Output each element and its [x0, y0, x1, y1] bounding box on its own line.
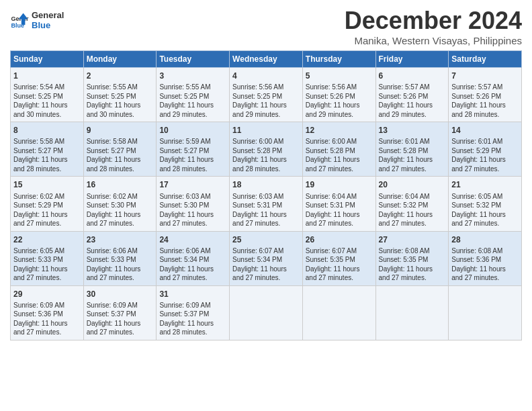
day-info: Sunset: 5:25 PM	[159, 92, 226, 101]
day-info: Daylight: 11 hours	[87, 101, 154, 110]
day-info: and 28 minutes.	[87, 165, 154, 174]
calendar-cell: 2Sunrise: 5:55 AMSunset: 5:25 PMDaylight…	[83, 68, 157, 122]
day-info: and 30 minutes.	[87, 110, 154, 120]
day-info: Sunrise: 6:03 AM	[232, 192, 300, 201]
day-info: Sunrise: 6:09 AM	[13, 301, 81, 310]
calendar-header-row: SundayMondayTuesdayWednesdayThursdayFrid…	[11, 51, 522, 68]
day-info: and 27 minutes.	[87, 328, 154, 337]
day-number: 3	[159, 71, 226, 81]
day-info: and 29 minutes.	[159, 110, 226, 120]
day-info: Sunrise: 6:00 AM	[232, 137, 300, 146]
day-number: 14	[451, 125, 519, 136]
day-number: 12	[306, 125, 373, 136]
day-info: Sunset: 5:28 PM	[306, 146, 373, 156]
day-info: Sunrise: 6:09 AM	[159, 301, 226, 310]
day-info: Daylight: 11 hours	[13, 210, 81, 220]
day-info: Sunset: 5:32 PM	[451, 201, 519, 210]
logo-icon: General Blue	[10, 11, 29, 30]
day-info: Sunset: 5:29 PM	[451, 146, 519, 156]
day-info: and 29 minutes.	[306, 110, 373, 120]
calendar-cell: 14Sunrise: 6:01 AMSunset: 5:29 PMDayligh…	[449, 122, 522, 177]
day-info: Sunset: 5:25 PM	[232, 92, 300, 101]
day-number: 9	[87, 125, 154, 136]
calendar-week-row: 15Sunrise: 6:02 AMSunset: 5:29 PMDayligh…	[11, 177, 522, 231]
day-info: Sunrise: 6:03 AM	[159, 192, 226, 201]
day-info: Daylight: 11 hours	[159, 265, 226, 274]
logo: General Blue General Blue	[10, 7, 64, 30]
day-info: Daylight: 11 hours	[13, 319, 81, 328]
day-info: Sunrise: 6:08 AM	[379, 246, 446, 256]
calendar-cell: 15Sunrise: 6:02 AMSunset: 5:29 PMDayligh…	[11, 177, 84, 231]
calendar-cell	[230, 285, 303, 340]
day-info: Sunrise: 5:57 AM	[451, 83, 519, 92]
day-info: Sunrise: 5:59 AM	[159, 137, 226, 146]
day-info: Daylight: 11 hours	[451, 155, 519, 165]
day-info: Daylight: 11 hours	[13, 155, 81, 165]
day-of-week-header: Sunday	[11, 51, 84, 68]
day-info: and 27 minutes.	[379, 273, 446, 283]
day-of-week-header: Friday	[375, 51, 449, 68]
day-info: Sunrise: 5:54 AM	[13, 83, 81, 92]
calendar-week-row: 8Sunrise: 5:58 AMSunset: 5:27 PMDaylight…	[11, 122, 522, 177]
day-info: Sunset: 5:37 PM	[159, 310, 226, 319]
day-info: Sunrise: 6:07 AM	[306, 246, 373, 256]
day-number: 16	[87, 179, 154, 190]
day-info: Sunrise: 5:56 AM	[232, 83, 300, 92]
day-info: Daylight: 11 hours	[87, 155, 154, 165]
day-number: 20	[379, 179, 446, 190]
day-info: and 29 minutes.	[232, 110, 300, 120]
day-info: and 27 minutes.	[159, 219, 226, 228]
day-info: Daylight: 11 hours	[159, 155, 226, 165]
day-number: 6	[379, 71, 446, 81]
day-info: Sunrise: 6:05 AM	[451, 192, 519, 201]
day-info: Sunset: 5:36 PM	[451, 255, 519, 265]
day-info: and 27 minutes.	[87, 219, 154, 228]
day-info: and 27 minutes.	[451, 165, 519, 174]
day-number: 31	[159, 289, 226, 300]
day-info: Sunset: 5:26 PM	[379, 92, 446, 101]
location-subtitle: Manika, Western Visayas, Philippines	[345, 35, 522, 46]
day-info: Sunrise: 6:07 AM	[232, 246, 300, 256]
day-info: and 28 minutes.	[232, 165, 300, 174]
calendar-cell: 12Sunrise: 6:00 AMSunset: 5:28 PMDayligh…	[302, 122, 375, 177]
day-of-week-header: Tuesday	[157, 51, 230, 68]
day-info: Sunset: 5:31 PM	[232, 201, 300, 210]
day-info: Daylight: 11 hours	[379, 210, 446, 220]
day-info: Sunrise: 5:56 AM	[306, 83, 373, 92]
day-info: Sunrise: 6:01 AM	[379, 137, 446, 146]
day-info: Daylight: 11 hours	[451, 101, 519, 110]
day-number: 4	[232, 71, 300, 81]
calendar-cell: 27Sunrise: 6:08 AMSunset: 5:35 PMDayligh…	[375, 231, 449, 285]
logo-text-line1: General	[32, 10, 64, 20]
day-info: Sunset: 5:30 PM	[87, 201, 154, 210]
day-info: Sunrise: 6:05 AM	[13, 246, 81, 256]
day-info: Sunset: 5:36 PM	[13, 310, 81, 319]
day-info: Sunset: 5:28 PM	[379, 146, 446, 156]
calendar-cell	[375, 285, 449, 340]
month-year-title: December 2024	[345, 7, 522, 35]
day-info: and 28 minutes.	[451, 110, 519, 120]
calendar-cell: 26Sunrise: 6:07 AMSunset: 5:35 PMDayligh…	[302, 231, 375, 285]
day-info: and 27 minutes.	[87, 273, 154, 283]
day-number: 27	[379, 234, 446, 245]
day-number: 7	[451, 71, 519, 81]
day-info: and 27 minutes.	[306, 219, 373, 228]
calendar-week-row: 22Sunrise: 6:05 AMSunset: 5:33 PMDayligh…	[11, 231, 522, 285]
day-number: 30	[87, 289, 154, 300]
day-number: 22	[13, 234, 81, 245]
day-number: 1	[13, 71, 81, 81]
day-number: 10	[159, 125, 226, 136]
day-info: Sunset: 5:35 PM	[306, 255, 373, 265]
day-info: Daylight: 11 hours	[232, 155, 300, 165]
day-info: Daylight: 11 hours	[306, 155, 373, 165]
calendar-cell: 19Sunrise: 6:04 AMSunset: 5:31 PMDayligh…	[302, 177, 375, 231]
day-info: and 27 minutes.	[232, 273, 300, 283]
day-info: Sunrise: 6:04 AM	[306, 192, 373, 201]
day-number: 21	[451, 179, 519, 190]
day-info: Daylight: 11 hours	[87, 210, 154, 220]
day-number: 23	[87, 234, 154, 245]
day-info: Daylight: 11 hours	[379, 155, 446, 165]
day-number: 2	[87, 71, 154, 81]
day-info: Sunset: 5:26 PM	[451, 92, 519, 101]
day-info: Daylight: 11 hours	[232, 210, 300, 220]
